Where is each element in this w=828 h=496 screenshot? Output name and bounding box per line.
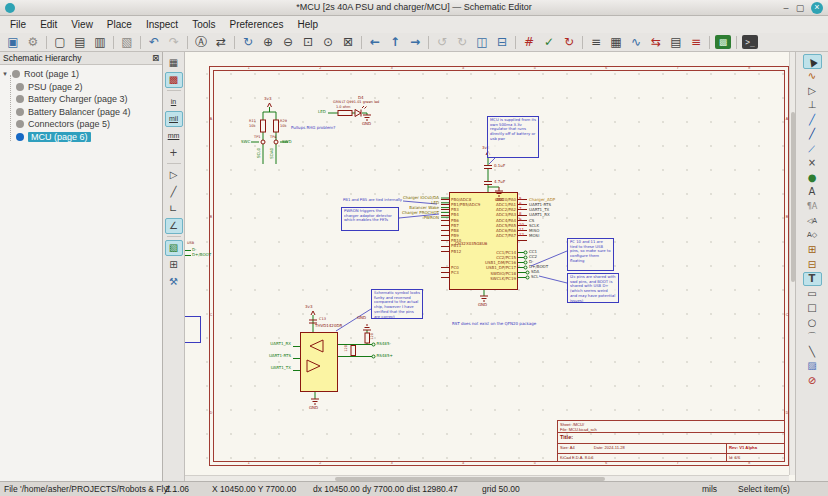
simulator-icon[interactable]: ∿ [626, 34, 646, 51]
r11-value: 10k [249, 125, 255, 129]
wires-90deg-icon[interactable]: ∟ [165, 201, 183, 217]
grid-override-icon[interactable]: ▩ [165, 72, 183, 88]
menu-item[interactable]: View [64, 17, 100, 32]
units-mil-button[interactable]: mil [165, 111, 183, 127]
annotate-auto-icon[interactable]: ▧ [165, 240, 183, 256]
save-icon[interactable]: ▣ [3, 34, 23, 51]
hierarchical-sheet-icon[interactable]: ⊞ [803, 243, 822, 258]
junction-icon[interactable]: ● [803, 170, 822, 185]
arc-tool-icon[interactable]: ⌒ [803, 330, 822, 345]
scripting-console-icon[interactable]: >_ [740, 34, 760, 51]
find-replace-icon[interactable]: ⇄ [211, 34, 231, 51]
delete-tool-icon[interactable]: ⊘ [803, 373, 822, 388]
text-box-icon[interactable]: ▭ [803, 286, 822, 301]
show-hidden-pins-icon[interactable]: ▷ [165, 167, 183, 183]
print-icon[interactable]: ▤ [70, 34, 90, 51]
mirror-v-icon[interactable]: ⊟ [492, 34, 512, 51]
menu-item[interactable]: Preferences [222, 17, 290, 32]
sheet-zone-rows-left: ABCD [209, 70, 213, 462]
maximize-button[interactable]: ▢ [794, 2, 806, 14]
menu-item[interactable]: Inspect [139, 17, 185, 32]
zone-label: 4 [428, 66, 500, 70]
select-tool-icon[interactable]: ▲ [803, 54, 822, 69]
no-connect-icon[interactable]: × [803, 156, 822, 171]
units-inch-button[interactable]: in [165, 94, 183, 110]
symbol-fields-icon[interactable]: ▦ [606, 34, 626, 51]
zoom-selection-icon[interactable]: ⊠ [338, 34, 358, 51]
page-settings-icon[interactable]: ▢ [50, 34, 70, 51]
close-button[interactable]: × [811, 2, 823, 14]
update-symbols-icon[interactable]: ↻ [559, 34, 579, 51]
image-tool-icon[interactable]: ▨ [803, 359, 822, 374]
nav-back-icon[interactable]: ← [365, 34, 385, 51]
toggle-grid-icon[interactable]: ▦ [165, 55, 183, 71]
zoom-objects-icon[interactable]: ⊙ [318, 34, 338, 51]
find-icon[interactable]: Ⓐ [191, 34, 211, 51]
global-label-icon[interactable]: A◇ [803, 228, 822, 243]
note-regulator: MCU is supplied from its own 500ma 3.3v … [487, 116, 539, 158]
draw-wire-icon[interactable]: ╱ [803, 112, 822, 127]
rotate-ccw-icon[interactable]: ↺ [432, 34, 452, 51]
annotate-icon[interactable]: # [519, 34, 539, 51]
draw-bus-icon[interactable]: ╱ [803, 127, 822, 142]
hierarchy-tree: ▾ Root (page 1) PSU (page 2) Battery Cha… [0, 65, 162, 143]
line-tool-icon[interactable]: ╲ [803, 344, 822, 359]
schematic-setup-icon[interactable]: ⚙ [23, 34, 43, 51]
sidebar-item-connectors[interactable]: Connectors (page 5) [0, 118, 162, 131]
text-tool-icon[interactable]: T [803, 272, 822, 287]
erc-icon[interactable]: ✓ [539, 34, 559, 51]
fields-table-icon[interactable]: ▤ [666, 34, 686, 51]
menu-item[interactable]: Edit [33, 17, 64, 32]
sidebar-item-psu[interactable]: PSU (page 2) [0, 81, 162, 94]
sidebar-item-root[interactable]: ▾ Root (page 1) [0, 68, 162, 81]
nav-forward-icon[interactable]: → [405, 34, 425, 51]
zone-label: 3 [356, 66, 428, 70]
sidebar-item-mcu-selected[interactable]: MCU (page 6) [0, 131, 162, 144]
menu-item[interactable]: Place [100, 17, 139, 32]
menu-item[interactable]: Help [290, 17, 325, 32]
rectangle-tool-icon[interactable]: □ [803, 301, 822, 316]
net-class-directive-icon[interactable]: ¶A [803, 199, 822, 214]
zoom-fit-icon[interactable]: ⊡ [298, 34, 318, 51]
minimize-button[interactable]: – [780, 2, 792, 14]
wires-any-angle-icon[interactable]: ╱ [165, 184, 183, 200]
bom-icon[interactable]: ≡ [686, 34, 706, 51]
rs485-symbol-body[interactable] [300, 332, 338, 392]
net-label-led: LED [318, 110, 326, 114]
undo-icon[interactable]: ↶ [144, 34, 164, 51]
sidebar-item-battery-charger[interactable]: Battery Charger (page 3) [0, 93, 162, 106]
schematic-canvas[interactable]: 12345678 12345678 ABCD ABCD [185, 52, 795, 481]
hierarchical-label-icon[interactable]: ◁A [803, 214, 822, 229]
open-pcb-editor-icon[interactable]: ▩ [713, 34, 733, 51]
net-label-uart-rts: UART1-RTS [261, 354, 291, 358]
properties-panel-icon[interactable]: ⚒ [165, 274, 183, 290]
rotate-cw-icon[interactable]: ↻ [452, 34, 472, 51]
redo-icon[interactable]: ↷ [164, 34, 184, 51]
expander-icon[interactable]: ▾ [0, 70, 10, 78]
units-mm-button[interactable]: mm [165, 128, 183, 144]
wire-to-bus-entry-icon[interactable]: ／ [803, 141, 822, 156]
menu-item[interactable]: File [3, 17, 33, 32]
net-label-icon[interactable]: A [803, 185, 822, 200]
sheet-dot-icon [16, 108, 24, 116]
add-power-port-icon[interactable]: ⊥ [803, 98, 822, 113]
sidebar-item-battery-balancer[interactable]: Battery Balancer (page 4) [0, 106, 162, 119]
nav-up-icon[interactable]: ↑ [385, 34, 405, 51]
refresh-icon[interactable]: ↻ [238, 34, 258, 51]
mirror-h-icon[interactable]: ◫ [472, 34, 492, 51]
hierarchy-navigator-icon[interactable]: ⊞ [165, 257, 183, 273]
netlist-icon[interactable]: ≡ [586, 34, 606, 51]
assign-footprints-icon[interactable]: ⇆ [646, 34, 666, 51]
menu-item[interactable]: Tools [185, 17, 222, 32]
circle-tool-icon[interactable]: ○ [803, 315, 822, 330]
highlight-net-icon[interactable]: ∿ [803, 69, 822, 84]
zoom-out-icon[interactable]: ⊖ [278, 34, 298, 51]
hierarchy-close-icon[interactable]: ⊠ [152, 53, 159, 63]
wires-45deg-icon[interactable]: ∠ [165, 218, 183, 234]
crosshair-cursor-icon[interactable]: + [165, 145, 183, 161]
add-symbol-icon[interactable]: ▷ [803, 83, 822, 98]
plot-icon[interactable]: ▥ [90, 34, 110, 51]
zoom-in-icon[interactable]: ⊕ [258, 34, 278, 51]
import-sheet-pin-icon[interactable]: ⊟ [803, 257, 822, 272]
paste-icon[interactable]: ▧ [117, 34, 137, 51]
